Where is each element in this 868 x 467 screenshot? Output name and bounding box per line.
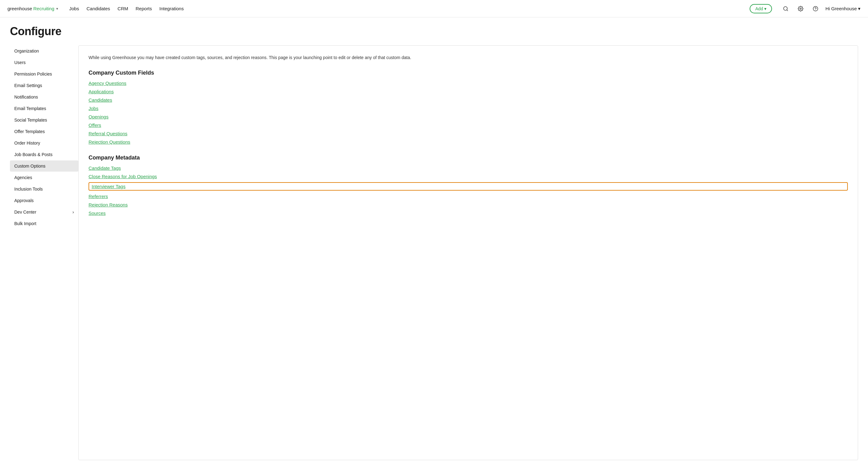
settings-button[interactable] [796,4,806,14]
metadata-links: Candidate Tags Close Reasons for Job Ope… [89,166,848,216]
content-area: While using Greenhouse you may have crea… [78,46,858,460]
link-referral-questions[interactable]: Referral Questions [89,131,848,136]
sidebar-organization[interactable]: Organization [10,46,78,57]
section-title-metadata: Company Metadata [89,154,848,161]
sidebar-dev-center-arrow: › [72,209,74,214]
sidebar-email-settings[interactable]: Email Settings [10,80,78,91]
crm-link[interactable]: CRM [118,6,128,11]
link-applications[interactable]: Applications [89,89,848,94]
gear-icon [798,6,803,11]
sidebar-users[interactable]: Users [10,57,78,68]
sidebar-agencies[interactable]: Agencies [10,172,78,183]
link-openings[interactable]: Openings [89,114,848,119]
sidebar-order-history[interactable]: Order History [10,138,78,149]
link-candidate-tags[interactable]: Candidate Tags [89,166,848,171]
sidebar-permission-policies[interactable]: Permission Policies [10,68,78,80]
logo-recruiting-text: Recruiting [33,6,54,11]
link-agency-questions[interactable]: Agency Questions [89,81,848,86]
link-jobs[interactable]: Jobs [89,106,848,111]
help-icon [813,6,818,11]
logo-caret-icon: ▾ [56,6,58,11]
user-label: Hi Greenhouse [826,6,857,11]
add-button[interactable]: Add ▾ [750,4,772,13]
logo-greenhouse-text: greenhouse [7,6,32,11]
main-layout: Organization Users Permission Policies E… [0,40,868,467]
sidebar-email-templates[interactable]: Email Templates [10,103,78,114]
link-referrers[interactable]: Referrers [89,194,848,199]
link-offers[interactable]: Offers [89,122,848,128]
user-caret-icon: ▾ [858,6,861,11]
content-intro: While using Greenhouse you may have crea… [89,54,848,61]
link-close-reasons[interactable]: Close Reasons for Job Openings [89,174,848,179]
custom-fields-links: Agency Questions Applications Candidates… [89,81,848,145]
sidebar-social-templates[interactable]: Social Templates [10,114,78,126]
sidebar-offer-templates[interactable]: Offer Templates [10,126,78,137]
page-header: Configure [0,18,868,40]
help-button[interactable] [810,4,820,14]
sidebar-bulk-import[interactable]: Bulk Import [10,218,78,229]
logo[interactable]: greenhouse Recruiting ▾ [7,6,58,11]
candidates-link[interactable]: Candidates [86,6,110,11]
search-button[interactable] [781,4,790,14]
user-menu[interactable]: Hi Greenhouse ▾ [826,6,861,11]
sidebar-job-boards[interactable]: Job Boards & Posts [10,149,78,160]
page-title: Configure [10,25,858,38]
link-rejection-reasons[interactable]: Rejection Reasons [89,202,848,207]
sidebar-custom-options[interactable]: Custom Options [10,160,78,172]
reports-link[interactable]: Reports [136,6,152,11]
section-title-custom-fields: Company Custom Fields [89,70,848,76]
sidebar-inclusion-tools[interactable]: Inclusion Tools [10,183,78,195]
jobs-link[interactable]: Jobs [69,6,79,11]
sidebar-approvals[interactable]: Approvals [10,195,78,206]
integrations-link[interactable]: Integrations [159,6,184,11]
link-sources[interactable]: Sources [89,210,848,216]
svg-line-1 [787,10,788,10]
top-navigation: greenhouse Recruiting ▾ Jobs Candidates … [0,0,868,18]
link-interviewer-tags[interactable]: Interviewer Tags [89,182,848,191]
sidebar-dev-center[interactable]: Dev Center › [10,206,78,217]
link-candidates[interactable]: Candidates [89,97,848,103]
sidebar: Organization Users Permission Policies E… [10,46,78,460]
search-icon [783,6,788,11]
svg-point-2 [800,8,802,9]
link-rejection-questions[interactable]: Rejection Questions [89,139,848,145]
nav-links: Jobs Candidates CRM Reports Integrations [69,6,741,11]
sidebar-dev-center-label: Dev Center [14,209,36,214]
sidebar-notifications[interactable]: Notifications [10,91,78,103]
topnav-right: Hi Greenhouse ▾ [781,4,861,14]
